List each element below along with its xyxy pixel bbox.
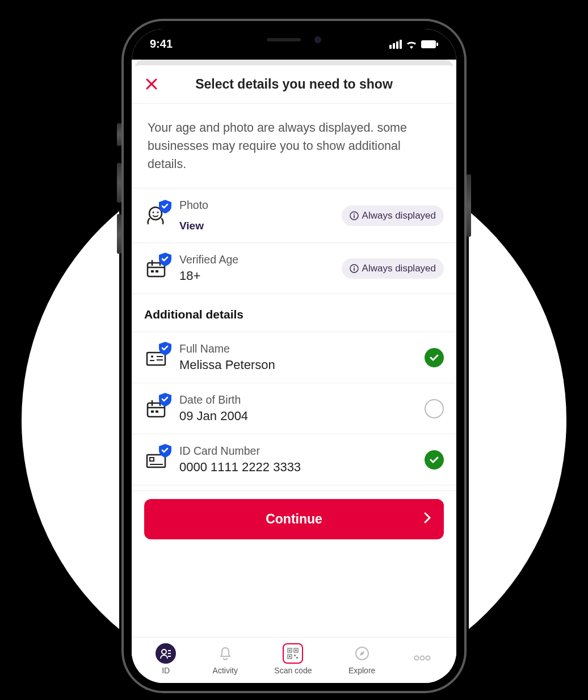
continue-label: Continue: [266, 512, 322, 526]
svg-rect-40: [289, 656, 291, 657]
detail-value: 0000 1111 2222 3333: [179, 460, 414, 475]
modal-header: Select details you need to show: [132, 65, 456, 104]
phone-frame: 9:41 Select details you need to show: [124, 21, 464, 691]
qr-icon: [283, 643, 303, 664]
nav-label: ID: [162, 666, 170, 675]
detail-label: ID Card Number: [179, 445, 414, 458]
phone-side-button: [467, 174, 471, 237]
id-card-icon: [144, 345, 169, 370]
compass-icon: [352, 643, 372, 664]
verified-shield-icon: [159, 444, 171, 458]
calendar-icon: [144, 396, 169, 421]
bell-icon: [215, 643, 236, 664]
phone-screen: 9:41 Select details you need to show: [132, 29, 456, 683]
svg-point-31: [162, 649, 166, 654]
always-displayed-badge: Always displayed: [342, 258, 444, 279]
modal-sheet: Select details you need to show Your age…: [132, 65, 456, 683]
svg-rect-27: [156, 410, 158, 413]
checkbox-dob[interactable]: [425, 399, 444, 418]
nav-label: Explore: [348, 666, 375, 675]
battery-icon: [421, 40, 438, 48]
nav-scan-code[interactable]: Scan code: [274, 643, 312, 675]
always-displayed-badge: Always displayed: [342, 206, 444, 226]
nav-label: Activity: [213, 666, 238, 675]
checkbox-full-name[interactable]: [425, 348, 444, 367]
svg-point-15: [354, 266, 355, 267]
detail-value: 18+: [179, 269, 331, 283]
phone-side-button: [117, 163, 121, 203]
verified-shield-icon: [159, 393, 171, 406]
svg-rect-26: [151, 410, 154, 413]
svg-rect-1: [436, 43, 438, 46]
svg-point-44: [414, 656, 418, 660]
page-title: Select details you need to show: [159, 77, 444, 92]
nav-label: Scan code: [274, 666, 312, 675]
nav-explore[interactable]: Explore: [348, 643, 375, 675]
detail-row-full-name[interactable]: Full Name Melissa Peterson: [132, 332, 456, 383]
bottom-nav: ID Activity Scan code: [132, 637, 456, 683]
detail-label: Photo: [179, 199, 331, 212]
status-time: 9:41: [150, 37, 173, 51]
svg-rect-13: [156, 270, 158, 273]
detail-row-dob[interactable]: Date of Birth 09 Jan 2004: [132, 383, 456, 434]
svg-rect-29: [150, 458, 154, 461]
additional-details-header: Additional details: [132, 294, 456, 332]
intro-text: Your age and photo are always displayed.…: [132, 104, 456, 189]
id-number-icon: [144, 447, 169, 472]
person-icon: [144, 203, 169, 228]
badge-label: Always displayed: [362, 210, 436, 221]
signal-icon: [389, 40, 402, 49]
detail-label: Date of Birth: [179, 393, 414, 406]
svg-point-45: [420, 656, 424, 660]
detail-label: Verified Age: [179, 253, 331, 266]
svg-point-46: [426, 656, 430, 660]
phone-notch: [223, 29, 365, 51]
info-icon: [350, 211, 359, 220]
verified-shield-icon: [159, 200, 171, 213]
verified-shield-icon: [159, 253, 171, 266]
phone-side-button: [117, 123, 121, 146]
svg-rect-42: [296, 657, 298, 659]
view-photo-link[interactable]: View: [179, 220, 331, 232]
info-icon: [350, 264, 359, 273]
svg-rect-12: [151, 270, 154, 273]
close-icon[interactable]: [144, 77, 159, 91]
detail-label: Full Name: [179, 342, 414, 355]
detail-value: 09 Jan 2004: [179, 409, 414, 424]
detail-row-age: Verified Age 18+ Always displayed: [132, 243, 456, 294]
chevron-right-icon: [423, 512, 431, 527]
nav-id[interactable]: ID: [156, 643, 176, 675]
detail-value: Melissa Peterson: [179, 358, 414, 372]
svg-rect-16: [354, 268, 355, 271]
continue-button[interactable]: Continue: [144, 499, 444, 539]
svg-rect-7: [354, 215, 355, 218]
svg-rect-39: [295, 649, 297, 651]
nav-more[interactable]: [412, 648, 432, 670]
verified-shield-icon: [159, 342, 171, 355]
svg-point-6: [354, 213, 355, 215]
phone-side-button: [117, 214, 121, 254]
wifi-icon: [405, 40, 418, 49]
nav-activity[interactable]: Activity: [213, 643, 238, 675]
svg-rect-0: [421, 40, 436, 48]
svg-rect-38: [289, 649, 291, 651]
more-icon: [412, 648, 432, 668]
svg-rect-41: [294, 655, 296, 656]
detail-row-photo: Photo View Always displayed: [132, 188, 456, 243]
calendar-icon: [144, 256, 169, 281]
svg-point-3: [153, 211, 154, 213]
checkbox-id-number[interactable]: [425, 450, 444, 470]
detail-row-id-number[interactable]: ID Card Number 0000 1111 2222 3333: [132, 434, 456, 485]
svg-point-18: [151, 355, 153, 358]
badge-label: Always displayed: [362, 263, 436, 274]
